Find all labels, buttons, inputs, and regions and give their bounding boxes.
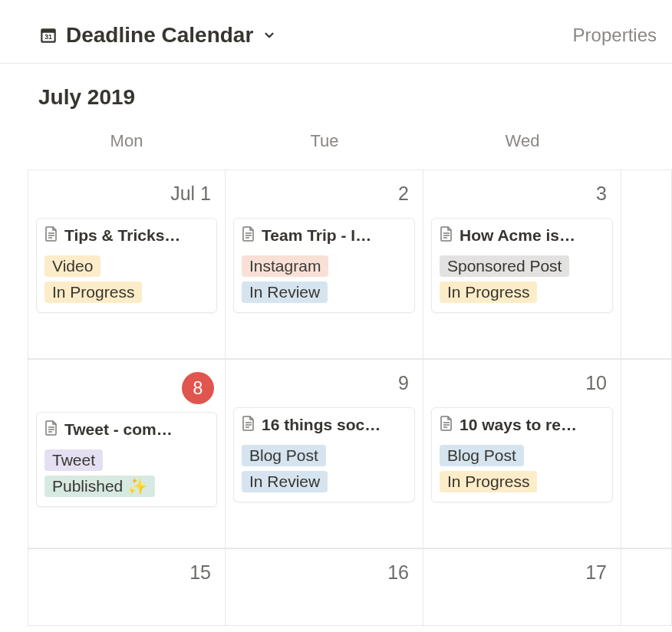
date-number — [629, 179, 664, 218]
day-header-row: Mon Tue Wed — [28, 127, 672, 170]
event-title: Tweet - com… — [64, 420, 173, 439]
event-tag: In Progress — [44, 281, 142, 303]
event-tag: Sponsored Post — [440, 255, 569, 277]
event-tag: Blog Post — [242, 445, 326, 466]
event-card[interactable]: How Acme is…Sponsored PostIn Progress — [431, 218, 613, 313]
date-number: 3 — [431, 179, 613, 218]
calendar-cell[interactable] — [621, 170, 672, 359]
date-number: 9 — [233, 369, 415, 407]
today-badge: 8 — [182, 372, 214, 404]
event-title: 16 things soc… — [262, 416, 380, 434]
event-tag: Video — [44, 255, 100, 277]
event-title: 10 ways to re… — [460, 416, 577, 434]
page-icon — [44, 420, 58, 439]
event-title: Tips & Tricks… — [64, 226, 180, 245]
date-number: Jul 1 — [36, 179, 217, 218]
chevron-down-icon — [262, 28, 276, 42]
event-card[interactable]: Team Trip - I…InstagramIn Review — [233, 218, 415, 313]
calendar-cell[interactable]: 15 — [28, 549, 226, 626]
page-icon — [440, 416, 453, 434]
event-tag: In Progress — [440, 471, 537, 492]
date-number: 15 — [36, 558, 217, 597]
calendar-grid: Jul 1Tips & Tricks…VideoIn Progress2Team… — [0, 170, 672, 626]
view-header: 31 Deadline Calendar Properties — [0, 0, 672, 64]
event-title: Team Trip - I… — [262, 226, 371, 245]
day-header: Mon — [28, 127, 226, 170]
event-card[interactable]: Tweet - com…TweetPublished ✨ — [36, 412, 217, 507]
event-card[interactable]: 16 things soc…Blog PostIn Review — [233, 407, 415, 502]
calendar-cell[interactable]: 3How Acme is…Sponsored PostIn Progress — [423, 170, 621, 359]
month-label: July 2019 — [0, 64, 672, 127]
event-tag: In Review — [242, 471, 328, 492]
event-tag: Tweet — [44, 449, 103, 471]
calendar-icon: 31 — [38, 25, 58, 45]
date-number — [629, 558, 664, 597]
event-tag: Blog Post — [440, 445, 524, 466]
date-number: 10 — [431, 369, 613, 407]
date-number: 8 — [36, 369, 217, 412]
calendar-cell[interactable] — [621, 549, 672, 626]
calendar-cell[interactable]: 16 — [226, 549, 423, 626]
page-icon — [44, 226, 58, 245]
date-number: 16 — [233, 558, 415, 597]
date-number: 2 — [233, 179, 415, 218]
event-card[interactable]: 10 ways to re…Blog PostIn Progress — [431, 407, 613, 502]
event-title-row: How Acme is… — [440, 226, 604, 245]
calendar-cell[interactable]: 1010 ways to re…Blog PostIn Progress — [423, 360, 621, 548]
event-title: How Acme is… — [460, 226, 575, 245]
view-title-dropdown[interactable]: 31 Deadline Calendar — [38, 23, 276, 48]
event-title-row: Tips & Tricks… — [44, 226, 209, 245]
day-header: Tue — [226, 127, 423, 170]
page-icon — [440, 226, 453, 245]
event-title-row: Tweet - com… — [44, 420, 209, 439]
calendar-cell[interactable]: 17 — [423, 549, 621, 626]
page-icon — [242, 226, 255, 245]
event-title-row: 16 things soc… — [242, 416, 407, 434]
calendar-cell[interactable]: Jul 1Tips & Tricks…VideoIn Progress — [28, 170, 226, 359]
event-title-row: Team Trip - I… — [242, 226, 407, 245]
calendar-cell[interactable]: 2Team Trip - I…InstagramIn Review — [226, 170, 423, 359]
event-card[interactable]: Tips & Tricks…VideoIn Progress — [36, 218, 217, 313]
page-icon — [242, 416, 255, 434]
event-tag: In Review — [242, 281, 328, 303]
day-header: Wed — [423, 127, 621, 170]
calendar-cell[interactable] — [621, 360, 672, 548]
properties-button[interactable]: Properties — [573, 25, 657, 46]
view-title: Deadline Calendar — [66, 23, 253, 48]
event-tag: Published ✨ — [44, 476, 155, 497]
date-number: 17 — [431, 558, 613, 597]
day-header — [621, 127, 672, 170]
event-title-row: 10 ways to re… — [440, 416, 604, 434]
date-number — [629, 369, 664, 407]
event-tag: Instagram — [242, 255, 328, 277]
calendar-cell[interactable]: 8Tweet - com…TweetPublished ✨ — [28, 360, 226, 548]
svg-text:31: 31 — [44, 33, 52, 41]
event-tag: In Progress — [440, 281, 537, 303]
calendar-cell[interactable]: 916 things soc…Blog PostIn Review — [226, 360, 423, 548]
